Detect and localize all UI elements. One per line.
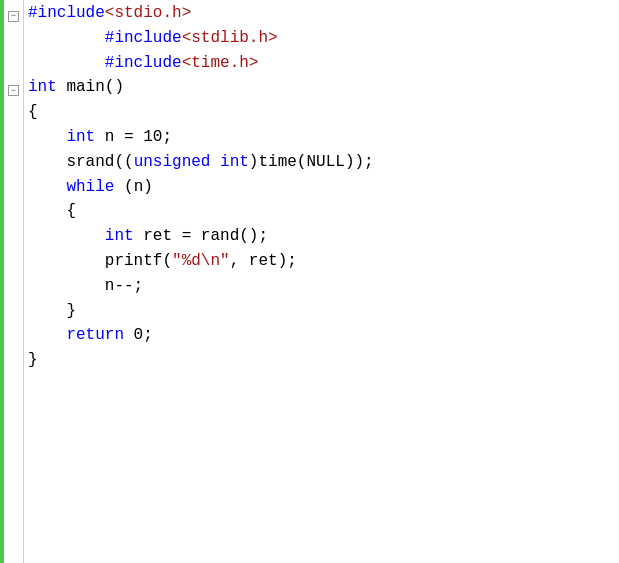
gutter-cell-14 [5, 326, 23, 351]
gutter-cell-5 [5, 103, 23, 128]
token-12-0: n--; [105, 277, 143, 295]
indent-11 [28, 252, 105, 270]
token-11-1: "%d\n" [172, 252, 230, 270]
token-11-2: , ret); [230, 252, 297, 270]
gutter-cell-12 [5, 277, 23, 302]
code-line-2: #include<stdlib.h> [28, 29, 374, 54]
token-14-0: return [66, 326, 124, 344]
gutter-cell-9 [5, 202, 23, 227]
token-11-0: printf( [105, 252, 172, 270]
token-4-0: int [28, 78, 57, 96]
gutter-cell-8 [5, 178, 23, 203]
code-line-6: int n = 10; [28, 128, 374, 153]
indent-2 [28, 29, 105, 47]
token-7-3: int [220, 153, 249, 171]
token-1-0: #include [28, 4, 105, 22]
gutter-cell-13 [5, 302, 23, 327]
code-line-8: while (n) [28, 178, 374, 203]
indent-3 [28, 54, 105, 72]
code-line-13: } [28, 302, 374, 327]
token-14-1: 0; [124, 326, 153, 344]
token-2-1: <stdlib.h> [182, 29, 278, 47]
code-line-14: return 0; [28, 326, 374, 351]
gutter-cell-15 [5, 351, 23, 376]
gutter-cell-3 [5, 54, 23, 79]
gutter-cell-1: − [5, 4, 23, 29]
token-10-0: int [105, 227, 134, 245]
indent-7 [28, 153, 66, 171]
indent-13 [28, 302, 66, 320]
indent-6 [28, 128, 66, 146]
code-line-15: } [28, 351, 374, 376]
token-7-4: )time(NULL)); [249, 153, 374, 171]
token-6-0: int [66, 128, 95, 146]
code-editor: −− #include<stdio.h> #include<stdlib.h> … [0, 0, 619, 563]
token-3-0: #include [105, 54, 182, 72]
collapse-icon-4[interactable]: − [8, 85, 19, 96]
gutter-column: −− [4, 0, 24, 563]
gutter-cell-6 [5, 128, 23, 153]
token-10-1: ret = rand(); [134, 227, 268, 245]
code-line-11: printf("%d\n", ret); [28, 252, 374, 277]
token-7-2 [210, 153, 220, 171]
code-line-9: { [28, 202, 374, 227]
token-9-0: { [66, 202, 76, 220]
code-line-1: #include<stdio.h> [28, 4, 374, 29]
token-1-1: <stdio.h> [105, 4, 191, 22]
token-13-0: } [66, 302, 76, 320]
gutter-cell-7 [5, 153, 23, 178]
token-5-0: { [28, 103, 38, 121]
code-line-12: n--; [28, 277, 374, 302]
code-line-10: int ret = rand(); [28, 227, 374, 252]
indent-12 [28, 277, 105, 295]
code-line-7: srand((unsigned int)time(NULL)); [28, 153, 374, 178]
indent-10 [28, 227, 105, 245]
code-area: #include<stdio.h> #include<stdlib.h> #in… [24, 0, 380, 563]
code-line-4: int main() [28, 78, 374, 103]
token-2-0: #include [105, 29, 182, 47]
token-7-0: srand(( [66, 153, 133, 171]
indent-14 [28, 326, 66, 344]
token-15-0: } [28, 351, 38, 369]
token-3-1: <time.h> [182, 54, 259, 72]
indent-9 [28, 202, 66, 220]
collapse-icon-1[interactable]: − [8, 11, 19, 22]
gutter-cell-2 [5, 29, 23, 54]
gutter-cell-10 [5, 227, 23, 252]
token-4-1: main() [57, 78, 124, 96]
code-line-3: #include<time.h> [28, 54, 374, 79]
gutter-cell-11 [5, 252, 23, 277]
token-7-1: unsigned [134, 153, 211, 171]
code-line-5: { [28, 103, 374, 128]
token-8-1: (n) [114, 178, 152, 196]
gutter-cell-4: − [5, 78, 23, 103]
indent-8 [28, 178, 66, 196]
token-6-1: n = 10; [95, 128, 172, 146]
token-8-0: while [66, 178, 114, 196]
